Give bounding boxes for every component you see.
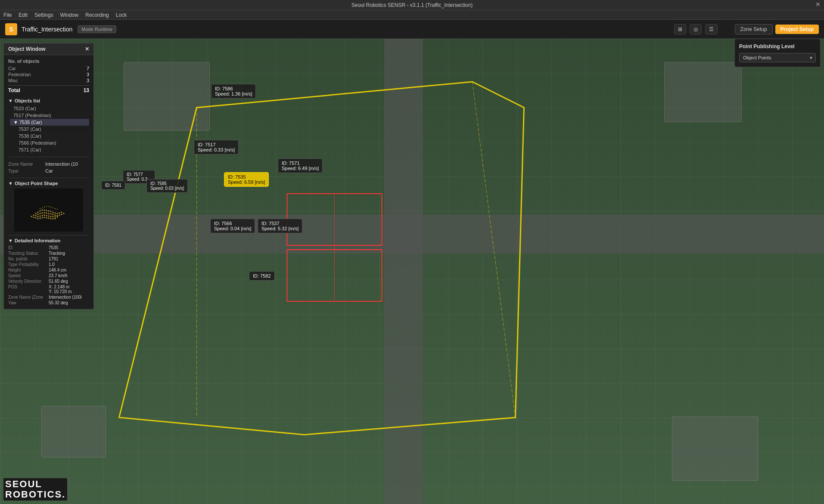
svg-point-59 <box>48 206 49 207</box>
svg-point-46 <box>35 217 37 219</box>
road-horizontal <box>0 215 824 254</box>
svg-point-53 <box>50 218 52 220</box>
view-icon-btn-1[interactable]: ⊞ <box>674 24 686 34</box>
svg-point-47 <box>37 218 39 220</box>
detail-rows: ID 7535 Tracking Status Tracking No. poi… <box>8 245 89 306</box>
zone-name-row: Zone Name Intersection (10 <box>8 161 89 167</box>
svg-point-16 <box>59 213 60 214</box>
svg-point-36 <box>46 215 47 216</box>
svg-point-37 <box>48 216 50 217</box>
right-panel: Point Publishing Level Object Points All… <box>734 39 821 67</box>
point-shape-section: ▼ Object Point Shape <box>8 178 89 232</box>
svg-point-27 <box>55 215 56 216</box>
detail-yaw: Yaw 55.32 deg <box>8 300 89 306</box>
menu-settings[interactable]: Settings <box>34 12 53 18</box>
building-4 <box>672 416 758 481</box>
list-item-7523[interactable]: 7523 (Car) <box>10 105 89 112</box>
svg-point-12 <box>50 211 52 212</box>
svg-point-52 <box>48 218 50 219</box>
svg-point-7 <box>40 210 41 212</box>
point-publishing-select[interactable]: Object Points All Points None <box>739 53 816 62</box>
point-shape-canvas <box>14 189 83 232</box>
objects-list: 7523 (Car) 7517 (Pedestrian) ▼ 7535 (Car… <box>10 105 89 153</box>
detailed-section: ▼ Detailed Information ID 7535 Tracking … <box>8 235 89 306</box>
list-item-7571[interactable]: 7571 (Car) <box>10 146 89 153</box>
svg-point-45 <box>33 217 34 218</box>
view-icon-btn-3[interactable]: ☰ <box>705 24 718 34</box>
logo-line2: ROBOTICS. <box>5 489 65 500</box>
no-of-objects-label: No. of objects <box>8 59 89 64</box>
svg-point-22 <box>44 212 45 213</box>
app-logo: S <box>5 23 17 35</box>
svg-point-8 <box>42 210 43 211</box>
publish-label: Point Publishing Level <box>739 43 816 49</box>
svg-point-20 <box>40 213 41 214</box>
svg-point-57 <box>44 207 45 207</box>
svg-point-26 <box>53 214 54 215</box>
list-item-7538[interactable]: 7538 (Car) <box>10 133 89 139</box>
viewport[interactable]: ID: 7586 Speed: 1.36 [m/s] ID: 7517 Spee… <box>0 39 824 504</box>
object-window: Object Window ✕ No. of objects Car 7 Ped… <box>3 43 94 309</box>
svg-point-32 <box>37 216 39 217</box>
svg-point-35 <box>44 215 45 216</box>
svg-point-18 <box>35 213 37 214</box>
panel-close-button[interactable]: ✕ <box>85 46 89 52</box>
list-item-7535[interactable]: ▼ 7535 (Car) <box>10 119 89 126</box>
type-row: Type Car <box>8 167 89 174</box>
menu-bar: File Edit Settings Window Recording Lock <box>0 10 824 20</box>
detail-no-points: No. points 1791 <box>8 256 89 262</box>
svg-point-56 <box>42 207 43 208</box>
list-item-7517[interactable]: 7517 (Pedestrian) <box>10 112 89 119</box>
window-title: Seoul Robotics SENSR - v3.1.1 (Traffic_I… <box>351 2 473 8</box>
svg-point-15 <box>57 213 58 214</box>
svg-point-6 <box>37 212 39 213</box>
point-cloud-svg <box>14 189 83 232</box>
objects-list-toggle[interactable]: ▼ Objects list <box>8 98 89 103</box>
zone-setup-button[interactable]: Zone Setup <box>735 24 773 34</box>
mode-badge: Mode Runtime <box>78 25 116 33</box>
list-item-7537[interactable]: 7537 (Car) <box>10 126 89 133</box>
svg-point-34 <box>42 215 43 216</box>
svg-point-25 <box>50 213 52 215</box>
detail-pos: POS X: 2.148 m Y: 10.720 m <box>8 284 89 294</box>
svg-point-21 <box>42 213 43 214</box>
list-item-7566[interactable]: 7566 (Pedestrian) <box>10 139 89 146</box>
svg-point-30 <box>33 215 34 216</box>
point-shape-toggle[interactable]: ▼ Object Point Shape <box>8 181 89 186</box>
svg-point-62 <box>55 208 56 209</box>
svg-point-50 <box>44 217 45 218</box>
menu-file[interactable]: File <box>3 12 12 18</box>
view-icon-btn-2[interactable]: ◎ <box>690 24 702 34</box>
detail-speed: Speed 23.7 km/h <box>8 273 89 278</box>
detailed-toggle[interactable]: ▼ Detailed Information <box>8 238 89 243</box>
svg-point-31 <box>35 215 37 216</box>
svg-point-40 <box>55 216 56 218</box>
road-vertical <box>384 39 423 504</box>
svg-point-42 <box>61 214 62 215</box>
detail-tracking-status: Tracking Status Tracking <box>8 250 89 256</box>
detail-type-prob: Type Probability 1.0 <box>8 262 89 267</box>
window-close-button[interactable]: ✕ <box>815 1 821 8</box>
menu-edit[interactable]: Edit <box>19 12 28 18</box>
svg-point-11 <box>48 210 50 212</box>
menu-window[interactable]: Window <box>60 12 78 18</box>
detail-velocity-dir: Velocity Direction 51.65 deg <box>8 278 89 284</box>
objects-list-section: ▼ Objects list 7523 (Car) 7517 (Pedestri… <box>8 98 89 153</box>
seoul-robotics-logo: SEOUL ROBOTICS. <box>3 478 67 501</box>
svg-point-64 <box>40 208 40 209</box>
detail-height: Height 148.4 cm <box>8 267 89 273</box>
svg-point-43 <box>63 213 65 214</box>
svg-point-33 <box>40 216 41 217</box>
app-header: S Traffic_Intersection Mode Runtime ⊞ ◎ … <box>0 20 824 39</box>
svg-point-23 <box>46 213 47 214</box>
panel-header: Object Window ✕ <box>4 43 93 55</box>
total-row: Total 13 <box>8 85 89 95</box>
svg-point-14 <box>55 213 56 214</box>
detail-id: ID 7535 <box>8 245 89 250</box>
menu-recording[interactable]: Recording <box>85 12 109 18</box>
project-setup-button[interactable]: Project Setup <box>775 25 819 34</box>
building-2 <box>664 62 742 122</box>
svg-point-29 <box>59 215 60 216</box>
menu-lock[interactable]: Lock <box>116 12 127 18</box>
building-3 <box>41 406 106 458</box>
